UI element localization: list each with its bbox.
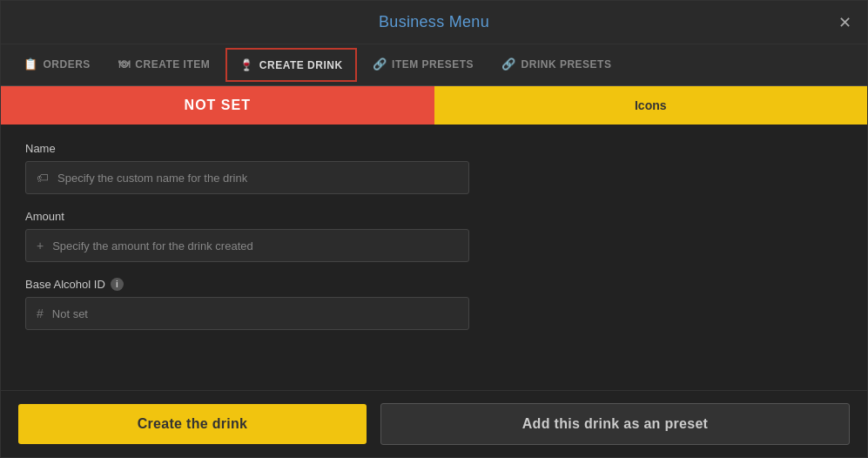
modal-header: Business Menu ✕ xyxy=(1,1,867,44)
content-area: NOT SET Icons Name 🏷 Specify the custom … xyxy=(1,86,867,390)
tab-item-presets-label: ITEM PRESETS xyxy=(392,58,474,71)
name-field-group: Name 🏷 Specify the custom name for the d… xyxy=(25,142,843,194)
alcohol-id-field-group: Base Alcohol ID i # Not set xyxy=(25,278,843,330)
tab-orders[interactable]: 📋 ORDERS xyxy=(10,47,104,83)
add-preset-button[interactable]: Add this drink as an preset xyxy=(380,403,850,445)
tab-drink-presets[interactable]: 🔗 DRINK PRESETS xyxy=(488,47,625,83)
alcohol-label: Base Alcohol ID i xyxy=(25,278,843,291)
form-area: Name 🏷 Specify the custom name for the d… xyxy=(1,125,867,390)
alcohol-placeholder-text: Not set xyxy=(52,307,88,320)
tab-create-item[interactable]: 🍽 CREATE ITEM xyxy=(104,47,224,83)
banner-row: NOT SET Icons xyxy=(1,86,867,125)
name-input[interactable]: 🏷 Specify the custom name for the drink xyxy=(25,161,469,194)
modal-title: Business Menu xyxy=(379,13,489,31)
item-presets-icon: 🔗 xyxy=(373,57,387,71)
banner-red: NOT SET xyxy=(1,86,434,125)
bottom-bar: Create the drink Add this drink as an pr… xyxy=(1,390,867,457)
hash-icon: # xyxy=(37,306,44,320)
amount-label: Amount xyxy=(25,210,843,223)
info-icon[interactable]: i xyxy=(111,278,124,291)
alcohol-id-input[interactable]: # Not set xyxy=(25,297,469,330)
create-drink-icon: 🍷 xyxy=(239,58,254,71)
amount-input[interactable]: + Specify the amount for the drink creat… xyxy=(25,229,469,262)
banner-yellow: Icons xyxy=(434,86,868,125)
plus-icon: + xyxy=(37,239,44,253)
name-label: Name xyxy=(25,142,843,155)
tab-create-drink-label: CREATE DRINK xyxy=(259,59,343,71)
amount-placeholder-text: Specify the amount for the drink created xyxy=(52,239,253,253)
tab-bar: 📋 ORDERS 🍽 CREATE ITEM 🍷 CREATE DRINK 🔗 … xyxy=(1,44,867,86)
tab-orders-label: ORDERS xyxy=(44,58,91,71)
tab-drink-presets-label: DRINK PRESETS xyxy=(521,58,612,71)
tab-create-drink[interactable]: 🍷 CREATE DRINK xyxy=(225,48,356,82)
name-placeholder-text: Specify the custom name for the drink xyxy=(57,172,247,185)
create-drink-button[interactable]: Create the drink xyxy=(18,404,367,444)
tag-icon: 🏷 xyxy=(37,171,49,185)
modal-window: Business Menu ✕ 📋 ORDERS 🍽 CREATE ITEM 🍷… xyxy=(0,0,868,458)
drink-presets-icon: 🔗 xyxy=(501,57,516,71)
tab-item-presets[interactable]: 🔗 ITEM PRESETS xyxy=(359,47,488,83)
tab-create-item-label: CREATE ITEM xyxy=(135,58,210,71)
create-item-icon: 🍽 xyxy=(118,57,131,71)
orders-icon: 📋 xyxy=(24,57,38,71)
amount-field-group: Amount + Specify the amount for the drin… xyxy=(25,210,843,262)
close-button[interactable]: ✕ xyxy=(838,15,851,30)
